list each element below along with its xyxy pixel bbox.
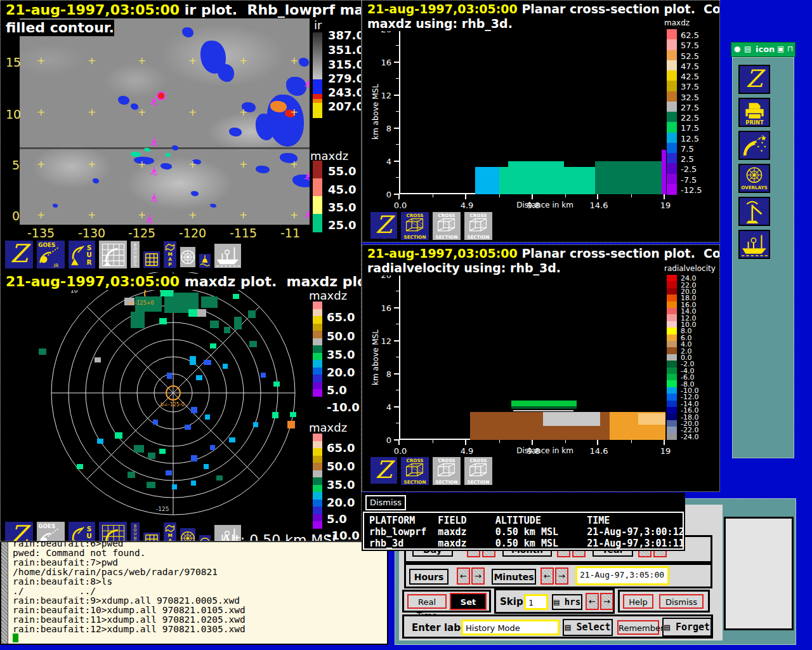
- ppi-colorbar-value: 5.0: [327, 512, 347, 526]
- svg-text:CROSS: CROSS: [438, 458, 455, 463]
- colorbar-swatch: [313, 507, 322, 514]
- buoy-icon[interactable]: [199, 253, 211, 269]
- bounds-icon[interactable]: BOUNDS: [130, 241, 140, 269]
- minutes-prev-button[interactable]: ←: [540, 567, 554, 585]
- radar-sur-icon[interactable]: SUR: [68, 240, 96, 269]
- terminal-line: rain:beaufait:7>pwd: [13, 557, 118, 567]
- cross-section-icon[interactable]: CROSSSECTION: [464, 211, 493, 241]
- svg-text:R: R: [87, 540, 92, 541]
- ship-icon[interactable]: [214, 243, 242, 269]
- minutes-button[interactable]: Minutes: [492, 569, 536, 585]
- xsec-colorbar-value: 57.5: [681, 41, 699, 50]
- colorbar-swatch: [313, 324, 322, 331]
- radar-antenna-icon[interactable]: [738, 197, 770, 226]
- window-dot-icon[interactable]: ▣: [777, 44, 784, 53]
- overlays-icon[interactable]: OVERLAYS: [738, 164, 770, 193]
- map-icon[interactable]: MAP: [163, 241, 177, 269]
- radar-echo: [210, 321, 219, 328]
- xsec-colorbar-label: radialvelocity: [664, 264, 716, 273]
- time-field[interactable]: 21-Aug-97,3:05:00: [575, 566, 669, 585]
- skip-back-button[interactable]: ←: [586, 593, 599, 610]
- map-icon[interactable]: MAP: [163, 522, 177, 541]
- print-icon[interactable]: PRINT: [738, 98, 770, 127]
- cross-section-icon[interactable]: CROSSSECTION: [400, 211, 429, 241]
- terminal-line: rain:beaufait:8>ls: [13, 576, 112, 587]
- contour-fill-region: [543, 412, 600, 426]
- skip-field[interactable]: 1: [524, 594, 548, 610]
- skip-fwd-button[interactable]: →: [600, 593, 613, 610]
- goes-ir-icon[interactable]: GOES.IR: [36, 521, 65, 541]
- xsec-colorbar-value: 47.5: [681, 62, 699, 71]
- bounds-icon[interactable]: BOUNDS: [130, 522, 140, 541]
- cross-section-icon[interactable]: CROSSSECTION: [432, 211, 461, 241]
- cloud-contour-blob: [53, 204, 58, 208]
- hours-button[interactable]: Hours: [409, 569, 449, 585]
- cross-section-panel-radialvelocity: 2016128400.04.99.814.619 21-aug-1997,03:…: [362, 244, 720, 492]
- radar-echo: [248, 310, 256, 318]
- radar-echo: [134, 445, 144, 453]
- colorbar-swatch: [667, 133, 677, 143]
- sat-y-tick-label: 5: [6, 158, 20, 172]
- circle-icon[interactable]: [199, 534, 211, 541]
- satellite-ir-image[interactable]: ++++++++++++++++++++++++: [20, 18, 310, 225]
- grid-icon[interactable]: [143, 532, 160, 541]
- ppi-colorbar-value: 50.0: [327, 329, 355, 343]
- history-list-panel[interactable]: [724, 517, 794, 630]
- cross-section-icon[interactable]: CROSSSECTION: [464, 456, 493, 486]
- colorbar-swatch: [313, 434, 322, 441]
- ship-icon[interactable]: [738, 230, 770, 259]
- wheel-icon[interactable]: [180, 527, 196, 541]
- cross-section-icon[interactable]: CROSSSECTION: [400, 456, 429, 486]
- zeb-logo-icon[interactable]: Z: [370, 456, 398, 484]
- radar-echo: [191, 407, 197, 413]
- hours-next-button[interactable]: →: [471, 567, 485, 585]
- dismiss-button[interactable]: Dismiss: [659, 594, 704, 609]
- colorbar-swatch: [313, 345, 322, 353]
- minutes-next-button[interactable]: →: [555, 567, 568, 585]
- xsec-colorbar-value: 62.5: [681, 30, 699, 40]
- svg-text:Z: Z: [746, 66, 766, 93]
- radar-sur-icon[interactable]: SUR: [68, 521, 96, 541]
- remember-button[interactable]: Remember: [617, 620, 659, 635]
- satellite-dish-icon[interactable]: [738, 131, 770, 160]
- zeb-logo-icon[interactable]: Z: [4, 240, 34, 269]
- label-field[interactable]: History Mode: [461, 620, 560, 635]
- terminal-window[interactable]: rain:beaufait:6>pwedpwed: Command not fo…: [0, 541, 388, 645]
- icon-dock-titlebar[interactable]: ● ▤ icon ▣ ⊓: [731, 42, 796, 57]
- wheel-icon[interactable]: [180, 246, 196, 268]
- xsec2-title-2: radialvelocity using: rhb_3d.: [367, 261, 561, 275]
- colorbar-swatch: [313, 492, 322, 500]
- hours-prev-button[interactable]: ←: [457, 567, 470, 585]
- info-dismiss-button[interactable]: Dismiss: [365, 495, 406, 510]
- radar-echo: [39, 348, 46, 355]
- y-tick: [394, 95, 399, 96]
- y-tick: [394, 307, 399, 308]
- window-list-icon[interactable]: ▤: [744, 44, 751, 53]
- icon-dock-title: icon: [756, 44, 775, 54]
- ir-colorbar-value: 351.0: [328, 43, 362, 56]
- terminal-scrollbar[interactable]: [1, 542, 8, 644]
- radar-ppi-plot[interactable]: a=-125+0 b=-125-0 -125 10: [1, 272, 362, 521]
- skip-units-button[interactable]: ▤ hrs: [552, 594, 582, 610]
- window-iconify-icon[interactable]: ⊓: [787, 44, 793, 53]
- grid-icon[interactable]: [143, 251, 160, 269]
- real-time-button[interactable]: Real Time: [407, 594, 447, 609]
- zeb-logo-icon[interactable]: Z: [4, 521, 34, 541]
- help-button[interactable]: Help: [623, 594, 653, 609]
- set-time-button[interactable]: Set Time: [450, 593, 487, 610]
- radar-grid-icon[interactable]: [98, 521, 128, 541]
- window-menu-icon[interactable]: ●: [734, 44, 740, 53]
- grid-cross-marker: +: [290, 106, 298, 118]
- goes-ir-icon[interactable]: GOES.IR: [36, 240, 65, 269]
- cloud-contour-blob: [160, 163, 172, 169]
- select-button[interactable]: ▤ Select: [563, 619, 613, 636]
- zeb-logo-icon[interactable]: Z: [738, 65, 770, 94]
- zeb-logo-icon[interactable]: Z: [370, 211, 398, 239]
- forget-button[interactable]: ▤ Forget: [662, 618, 712, 637]
- radar-grid-icon[interactable]: [98, 240, 128, 269]
- colorbar-swatch: [667, 288, 677, 295]
- y-minor-tick: [396, 177, 399, 178]
- cross-section-icon[interactable]: CROSSSECTION: [432, 456, 461, 486]
- radar-echo: [153, 420, 158, 425]
- x-tick: [398, 440, 400, 445]
